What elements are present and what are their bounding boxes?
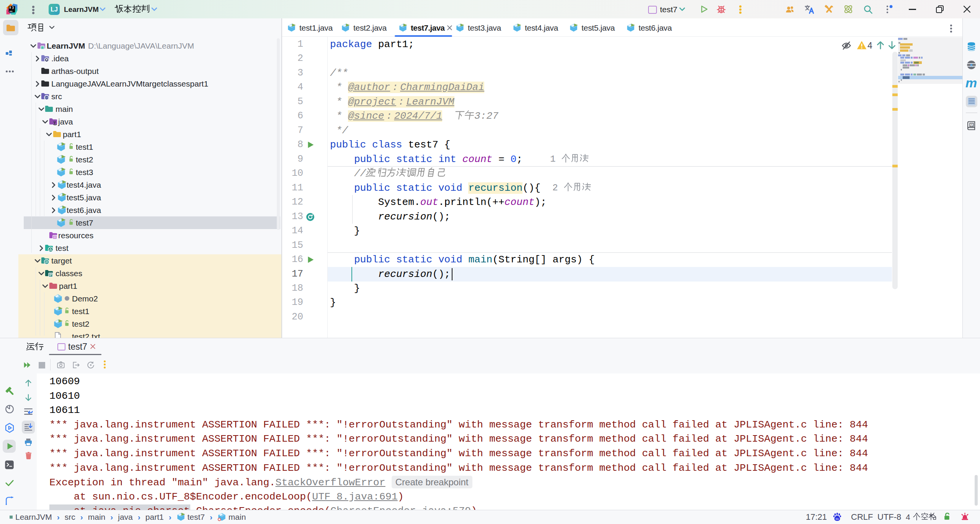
- svg-text:A: A: [970, 123, 973, 127]
- svg-text:du: du: [835, 517, 839, 521]
- svg-text:</>: </>: [44, 97, 49, 99]
- svg-text:X: X: [970, 62, 973, 68]
